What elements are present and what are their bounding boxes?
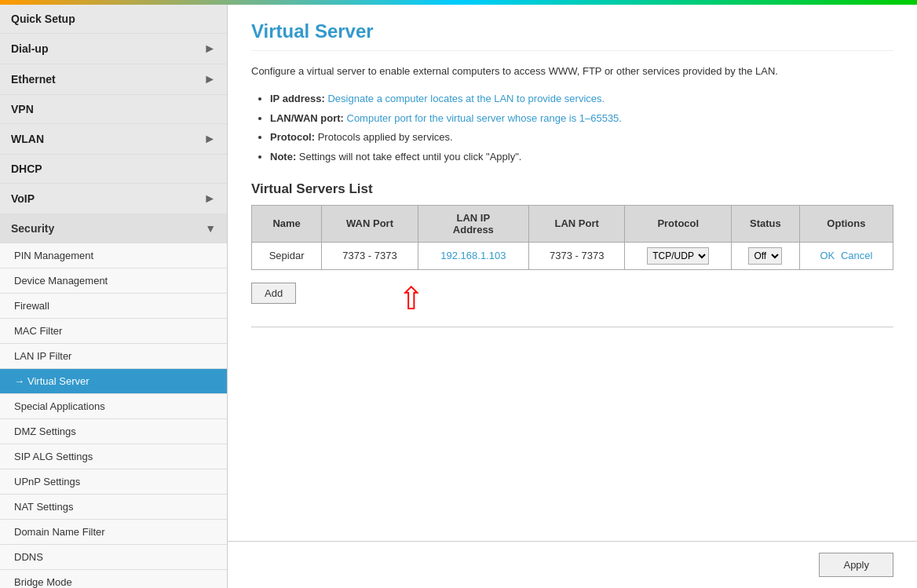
row-protocol[interactable]: TCP/UDP TCP UDP bbox=[625, 242, 732, 269]
col-status: Status bbox=[732, 205, 800, 242]
sidebar-item-quick-setup[interactable]: Quick Setup bbox=[0, 5, 227, 34]
sidebar-item-wlan[interactable]: WLAN ► bbox=[0, 124, 227, 155]
row-lan-ip: 192.168.1.103 bbox=[418, 242, 528, 269]
apply-button[interactable]: Apply bbox=[819, 553, 893, 577]
bullet-port: LAN/WAN port: Computer port for the virt… bbox=[270, 111, 893, 127]
bullet-list: IP address: Designate a computer locates… bbox=[270, 91, 893, 166]
sidebar-item-security[interactable]: Security ▼ bbox=[0, 214, 227, 243]
sidebar-item-virtual-server[interactable]: → Virtual Server bbox=[0, 369, 227, 394]
row-wan-port: 7373 - 7373 bbox=[322, 242, 418, 269]
sidebar-item-ethernet[interactable]: Ethernet ► bbox=[0, 64, 227, 95]
col-wan-port: WAN Port bbox=[322, 205, 418, 242]
row-status[interactable]: Off On bbox=[732, 242, 800, 269]
chevron-right-icon: ► bbox=[203, 192, 216, 206]
sidebar-item-domain-name-filter[interactable]: Domain Name Filter bbox=[0, 520, 227, 545]
sidebar-item-lan-ip-filter[interactable]: LAN IP Filter bbox=[0, 344, 227, 369]
divider bbox=[251, 327, 893, 327]
col-name: Name bbox=[252, 205, 322, 242]
col-protocol: Protocol bbox=[625, 205, 732, 242]
col-lan-ip: LAN IPAddress bbox=[418, 205, 528, 242]
sidebar-item-bridge-mode[interactable]: Bridge Mode bbox=[0, 570, 227, 588]
sidebar-item-sip-alg-settings[interactable]: SIP ALG Settings bbox=[0, 444, 227, 469]
sidebar-item-ddns[interactable]: DDNS bbox=[0, 545, 227, 570]
chevron-right-icon: ► bbox=[203, 42, 216, 56]
col-lan-port: LAN Port bbox=[528, 205, 625, 242]
page-title: Virtual Server bbox=[251, 20, 893, 51]
arrow-annotation: ⇧ bbox=[398, 283, 425, 314]
chevron-right-icon: ► bbox=[203, 132, 216, 146]
sidebar-item-upnp-settings[interactable]: UPnP Settings bbox=[0, 469, 227, 495]
sidebar-item-dhcp[interactable]: DHCP bbox=[0, 155, 227, 184]
bullet-protocol: Protocol: Protocols applied by services. bbox=[270, 130, 893, 146]
cancel-button[interactable]: Cancel bbox=[841, 250, 872, 261]
status-select[interactable]: Off On bbox=[748, 247, 782, 265]
table-row: Sepidar 7373 - 7373 192.168.1.103 7373 -… bbox=[252, 242, 893, 269]
row-lan-port: 7373 - 7373 bbox=[528, 242, 625, 269]
sidebar-item-dmz-settings[interactable]: DMZ Settings bbox=[0, 419, 227, 444]
ok-button[interactable]: OK bbox=[820, 250, 835, 261]
protocol-select[interactable]: TCP/UDP TCP UDP bbox=[647, 247, 709, 265]
sidebar-item-dial-up[interactable]: Dial-up ► bbox=[0, 34, 227, 64]
sidebar-item-pin-management[interactable]: PIN Management bbox=[0, 243, 227, 268]
bottom-bar: Apply bbox=[228, 541, 917, 588]
col-options: Options bbox=[799, 205, 893, 242]
sidebar-item-voip[interactable]: VoIP ► bbox=[0, 184, 227, 214]
sidebar-item-firewall[interactable]: Firewall bbox=[0, 294, 227, 319]
sidebar-item-nat-settings[interactable]: NAT Settings bbox=[0, 495, 227, 520]
table-section-title: Virtual Servers List bbox=[251, 181, 893, 197]
sidebar-item-vpn[interactable]: VPN bbox=[0, 95, 227, 124]
sidebar: Quick Setup Dial-up ► Ethernet ► VPN WLA… bbox=[0, 5, 228, 588]
add-button[interactable]: Add bbox=[251, 283, 296, 304]
chevron-down-icon: ▼ bbox=[205, 222, 216, 235]
main-content: Virtual Server Configure a virtual serve… bbox=[228, 5, 917, 541]
sidebar-item-mac-filter[interactable]: MAC Filter bbox=[0, 319, 227, 344]
sidebar-item-special-applications[interactable]: Special Applications bbox=[0, 394, 227, 419]
sidebar-item-device-management[interactable]: Device Management bbox=[0, 268, 227, 294]
description-text: Configure a virtual server to enable ext… bbox=[251, 64, 893, 80]
virtual-servers-table: Name WAN Port LAN IPAddress LAN Port Pro… bbox=[251, 205, 893, 270]
bullet-ip: IP address: Designate a computer locates… bbox=[270, 91, 893, 108]
row-options: OK Cancel bbox=[799, 242, 893, 269]
row-name: Sepidar bbox=[252, 242, 322, 269]
bullet-note: Note: Settings will not take effect unti… bbox=[270, 149, 893, 166]
chevron-right-icon: ► bbox=[203, 72, 216, 86]
